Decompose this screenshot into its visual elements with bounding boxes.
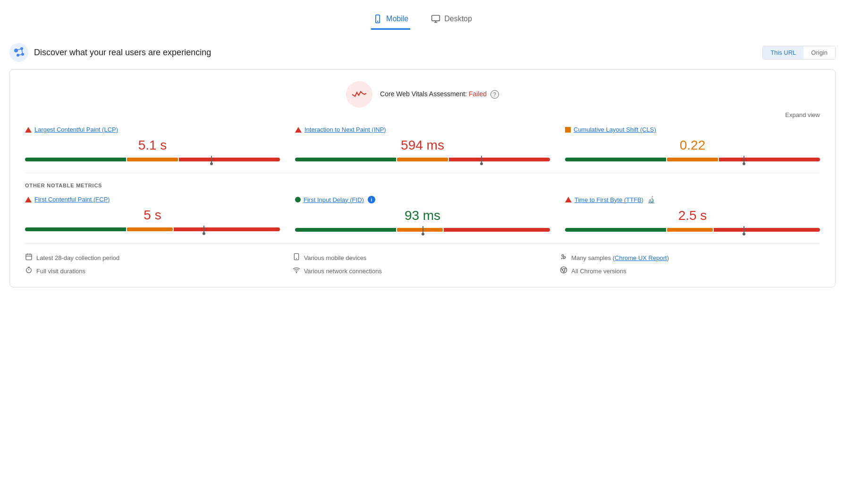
footer-devices-text: Various mobile devices (304, 254, 367, 261)
footer-visit-durations: Full visit durations (25, 266, 285, 276)
cwv-title: Core Web Vitals Assessment: Failed ? (380, 90, 499, 99)
fid-bar-green (295, 228, 396, 232)
cwv-info-icon[interactable]: ? (490, 90, 499, 99)
ttfb-bar-orange (667, 228, 712, 232)
other-metrics-grid: First Contentful Paint (FCP) 5 s First I… (25, 196, 820, 232)
svg-rect-14 (26, 254, 32, 260)
cls-link[interactable]: Cumulative Layout Shift (CLS) (574, 126, 656, 133)
chrome-ux-report-link[interactable]: Chrome UX Report (615, 254, 667, 261)
tab-mobile-label: Mobile (386, 15, 408, 23)
page-title: Discover what your real users are experi… (34, 48, 211, 58)
tabs-container: Mobile Desktop (9, 9, 836, 30)
cls-status-icon (565, 127, 571, 133)
fcp-value: 5 s (25, 208, 280, 223)
cwv-status: Failed (469, 90, 487, 98)
fid-value: 93 ms (295, 208, 550, 223)
ttfb-lab-icon: 🔬 (647, 196, 655, 203)
expand-view[interactable]: Expand view (25, 111, 820, 118)
metric-ttfb-label: Time to First Byte (TTFB) 🔬 (565, 196, 820, 203)
section-divider (25, 173, 820, 173)
svg-point-24 (562, 254, 564, 256)
tab-desktop[interactable]: Desktop (429, 9, 474, 30)
metric-fcp-label: First Contentful Paint (FCP) (25, 196, 280, 203)
inp-link[interactable]: Interaction to Next Paint (INP) (304, 126, 386, 133)
origin-button[interactable]: Origin (803, 46, 835, 59)
lcp-bar-orange (127, 158, 177, 161)
metric-inp: Interaction to Next Paint (INP) 594 ms (295, 126, 550, 161)
fid-link[interactable]: First Input Delay (FID) (304, 196, 364, 203)
lcp-bar (25, 158, 280, 161)
metric-fid-label: First Input Delay (FID) i (295, 196, 550, 203)
crux-icon (9, 43, 28, 62)
lcp-marker (211, 156, 212, 163)
ttfb-bar-red (714, 228, 820, 232)
cwv-icon-circle (346, 81, 372, 108)
header-section: Discover what your real users are experi… (9, 43, 836, 62)
footer-col-3: Many samples (Chrome UX Report) All Chro… (560, 253, 820, 276)
inp-value: 594 ms (295, 138, 550, 153)
ttfb-value: 2.5 s (565, 208, 820, 223)
svg-point-25 (564, 256, 566, 258)
footer-chrome-versions: All Chrome versions (560, 266, 820, 276)
lcp-bar-green (25, 158, 126, 161)
fid-status-icon (295, 197, 301, 202)
lcp-bar-red (179, 158, 280, 161)
footer-grid: Latest 28-day collection period Full vis… (25, 243, 820, 276)
metric-fid: First Input Delay (FID) i 93 ms (295, 196, 550, 232)
fid-info-icon[interactable]: i (368, 196, 375, 203)
footer-collection-text: Latest 28-day collection period (36, 254, 119, 261)
desktop-icon (431, 14, 440, 24)
lcp-value: 5.1 s (25, 138, 280, 153)
tab-desktop-label: Desktop (444, 15, 472, 23)
this-url-button[interactable]: This URL (763, 46, 803, 59)
cls-value: 0.22 (565, 138, 820, 153)
footer-col-2: Various mobile devices Various network c… (293, 253, 553, 276)
metric-fcp: First Contentful Paint (FCP) 5 s (25, 196, 280, 232)
inp-bar-green (295, 158, 396, 161)
lcp-link[interactable]: Largest Contentful Paint (LCP) (34, 126, 118, 133)
fid-bar (295, 228, 550, 232)
metric-ttfb: Time to First Byte (TTFB) 🔬 2.5 s (565, 196, 820, 232)
fcp-bar (25, 227, 280, 231)
fid-bar-orange (397, 228, 442, 232)
mobile-icon (373, 14, 382, 24)
fid-marker (422, 226, 423, 234)
svg-marker-13 (356, 92, 358, 93)
other-metrics-label: OTHER NOTABLE METRICS (25, 183, 820, 188)
header-left: Discover what your real users are experi… (9, 43, 211, 62)
fcp-bar-red (174, 227, 280, 231)
footer-network-text: Various network connections (304, 268, 382, 275)
fcp-bar-orange (127, 227, 172, 231)
svg-point-5 (9, 43, 28, 62)
tab-mobile[interactable]: Mobile (371, 9, 410, 30)
core-metrics-grid: Largest Contentful Paint (LCP) 5.1 s Int… (25, 126, 820, 161)
ttfb-bar (565, 228, 820, 232)
fcp-bar-green (25, 227, 126, 231)
inp-bar-orange (397, 158, 448, 161)
svg-rect-2 (432, 16, 440, 21)
fcp-link[interactable]: First Contentful Paint (FCP) (34, 196, 110, 203)
metric-cls-label: Cumulative Layout Shift (CLS) (565, 126, 820, 133)
fid-bar-red (444, 228, 550, 232)
cls-bar-red (719, 158, 820, 161)
timer-icon (25, 266, 33, 276)
calendar-icon (25, 253, 33, 262)
metric-inp-label: Interaction to Next Paint (INP) (295, 126, 550, 133)
footer-visit-text: Full visit durations (36, 268, 85, 275)
ttfb-status-icon (565, 197, 572, 202)
cwv-chart-icon (352, 90, 366, 99)
metric-lcp-label: Largest Contentful Paint (LCP) (25, 126, 280, 133)
footer-network: Various network connections (293, 266, 553, 276)
svg-point-23 (296, 272, 296, 273)
cls-bar-green (565, 158, 666, 161)
fcp-marker (203, 226, 204, 233)
chrome-icon (560, 266, 567, 276)
ttfb-link[interactable]: Time to First Byte (TTFB) (575, 196, 643, 203)
lcp-status-icon (25, 127, 32, 133)
metric-lcp: Largest Contentful Paint (LCP) 5.1 s (25, 126, 280, 161)
ttfb-marker (744, 226, 744, 234)
footer-samples: Many samples (Chrome UX Report) (560, 253, 820, 262)
cls-bar-orange (667, 158, 718, 161)
footer-mobile-devices: Various mobile devices (293, 253, 553, 262)
footer-collection-period: Latest 28-day collection period (25, 253, 285, 262)
